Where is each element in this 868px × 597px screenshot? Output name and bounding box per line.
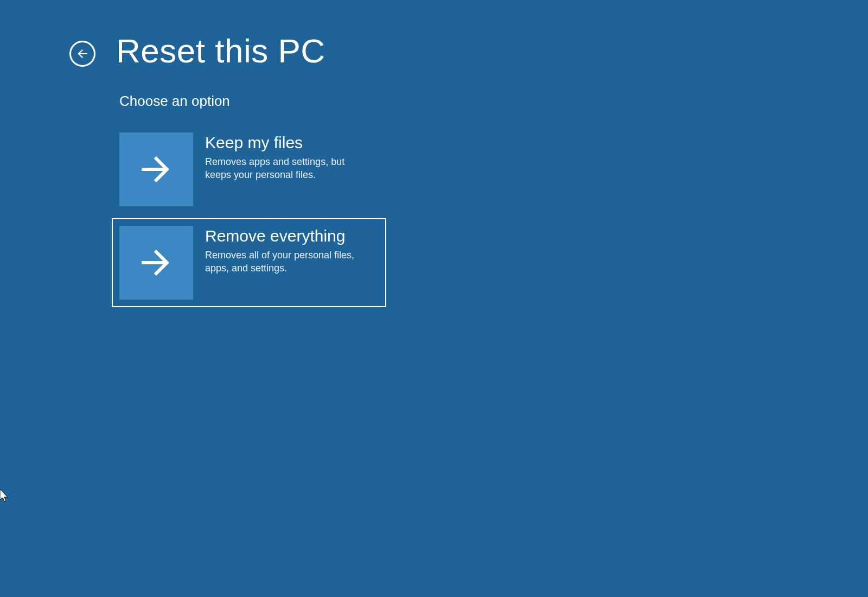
option-text: Remove everything Removes all of your pe… [205,226,373,275]
option-text: Keep my files Removes apps and settings,… [205,132,373,182]
header: Reset this PC [0,0,868,70]
option-title: Remove everything [205,227,373,245]
back-arrow-icon [75,47,90,61]
option-tile [119,226,193,300]
option-keep-my-files[interactable]: Keep my files Removes apps and settings,… [119,132,391,206]
arrow-right-icon [137,243,176,282]
option-remove-everything[interactable]: Remove everything Removes all of your pe… [112,218,386,307]
arrow-right-icon [137,150,176,189]
option-description: Removes all of your personal files, apps… [205,249,373,275]
option-description: Removes apps and settings, but keeps you… [205,155,373,182]
subtitle: Choose an option [119,93,868,110]
option-title: Keep my files [205,134,373,152]
page-title: Reset this PC [116,31,326,70]
content-area: Choose an option Keep my files Removes a… [0,70,868,307]
cursor-icon [0,489,10,502]
back-button[interactable] [69,41,95,67]
option-tile [119,132,193,206]
